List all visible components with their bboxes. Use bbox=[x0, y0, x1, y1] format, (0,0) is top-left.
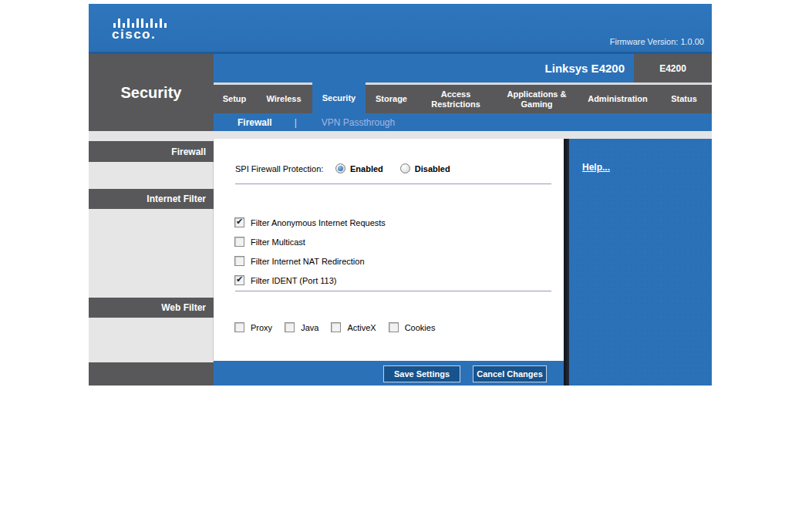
web-filter-activex: ActiveX bbox=[331, 322, 376, 332]
tab-administration[interactable]: Administration bbox=[579, 85, 656, 113]
filter-multicast-row: Filter Multicast bbox=[234, 232, 386, 251]
sidebar-section-web-filter: Web Filter bbox=[89, 298, 214, 318]
filter-ident-row: Filter IDENT (Port 113) bbox=[234, 271, 386, 290]
spi-enabled-radio[interactable] bbox=[335, 163, 345, 173]
filter-nat-redirection-label: Filter Internet NAT Redirection bbox=[251, 257, 365, 266]
web-filter-java: Java bbox=[285, 322, 318, 332]
filter-anonymous-row: Filter Anonymous Internet Requests bbox=[234, 213, 386, 232]
web-filter-row: Proxy Java ActiveX Cookies bbox=[234, 322, 447, 332]
tab-wireless[interactable]: Wireless bbox=[255, 85, 312, 113]
java-label: Java bbox=[301, 323, 318, 332]
main-nav: Setup Wireless Security Storage Access R… bbox=[214, 85, 712, 113]
subnav-vpn-passthrough[interactable]: VPN Passthrough bbox=[322, 117, 395, 128]
page: cisco. Firmware Version: 1.0.00 Security… bbox=[0, 0, 802, 532]
spi-firewall-row: SPI Firewall Protection: Enabled Disable… bbox=[235, 163, 467, 173]
spi-enabled-label: Enabled bbox=[350, 164, 383, 173]
content-help-divider bbox=[564, 139, 569, 386]
activex-label: ActiveX bbox=[347, 323, 376, 332]
cisco-logo-icon bbox=[113, 11, 167, 28]
filter-anonymous-checkbox[interactable] bbox=[234, 217, 244, 227]
router-admin-app: cisco. Firmware Version: 1.0.00 Security… bbox=[89, 4, 712, 386]
save-settings-button[interactable]: Save Settings bbox=[383, 365, 460, 382]
filter-anonymous-label: Filter Anonymous Internet Requests bbox=[251, 218, 386, 227]
cancel-changes-button[interactable]: Cancel Changes bbox=[473, 365, 547, 382]
filter-multicast-checkbox[interactable] bbox=[234, 237, 244, 247]
divider-line bbox=[235, 291, 551, 291]
tab-setup[interactable]: Setup bbox=[214, 85, 255, 113]
subnav-firewall[interactable]: Firewall bbox=[238, 117, 272, 128]
spi-firewall-label: SPI Firewall Protection: bbox=[235, 164, 335, 173]
web-filter-cookies: Cookies bbox=[389, 322, 436, 332]
filter-ident-label: Filter IDENT (Port 113) bbox=[251, 276, 336, 285]
help-panel: Help... bbox=[569, 139, 712, 386]
sidebar: Firewall Internet Filter Web Filter bbox=[89, 139, 214, 386]
activex-checkbox[interactable] bbox=[331, 322, 341, 332]
page-title: Security bbox=[121, 84, 182, 102]
sidebar-section-firewall: Firewall bbox=[89, 141, 214, 162]
subnav-separator: | bbox=[295, 117, 297, 128]
tab-access-restrictions[interactable]: Access Restrictions bbox=[417, 85, 494, 113]
proxy-label: Proxy bbox=[251, 323, 272, 332]
cisco-logo: cisco. bbox=[112, 11, 167, 42]
spi-disabled-radio[interactable] bbox=[400, 163, 410, 173]
divider-line bbox=[235, 184, 551, 184]
filter-nat-redirection-row: Filter Internet NAT Redirection bbox=[234, 251, 386, 271]
filter-nat-redirection-checkbox[interactable] bbox=[234, 256, 244, 266]
spi-disabled-label: Disabled bbox=[415, 164, 450, 173]
cookies-label: Cookies bbox=[405, 323, 436, 332]
cookies-checkbox[interactable] bbox=[389, 322, 399, 332]
sub-nav: Firewall | VPN Passthrough bbox=[214, 113, 712, 131]
sidebar-section-internet-filter: Internet Filter bbox=[89, 189, 214, 209]
tab-status[interactable]: Status bbox=[656, 85, 712, 113]
java-checkbox[interactable] bbox=[285, 322, 295, 332]
action-footer: Save Settings Cancel Changes bbox=[214, 361, 564, 386]
firmware-version: Firmware Version: 1.0.00 bbox=[610, 37, 704, 46]
model-tab: E4200 bbox=[634, 54, 712, 82]
internet-filter-list: Filter Anonymous Internet Requests Filte… bbox=[234, 213, 386, 290]
header-content-gap bbox=[89, 131, 712, 139]
tab-storage[interactable]: Storage bbox=[366, 85, 417, 113]
help-link[interactable]: Help... bbox=[582, 162, 610, 173]
sidebar-bottom-bar bbox=[89, 362, 214, 386]
model-banner-row: Linksys E4200 E4200 bbox=[214, 54, 712, 82]
tab-security[interactable]: Security bbox=[312, 82, 366, 113]
content-area: SPI Firewall Protection: Enabled Disable… bbox=[214, 139, 564, 361]
page-title-panel: Security bbox=[89, 54, 214, 131]
proxy-checkbox[interactable] bbox=[234, 322, 244, 332]
model-banner: Linksys E4200 bbox=[214, 54, 634, 82]
filter-ident-checkbox[interactable] bbox=[234, 275, 244, 285]
tab-applications-gaming[interactable]: Applications & Gaming bbox=[494, 85, 579, 113]
web-filter-proxy: Proxy bbox=[234, 322, 272, 332]
cisco-logo-text: cisco. bbox=[112, 28, 167, 42]
filter-multicast-label: Filter Multicast bbox=[251, 237, 305, 247]
top-header: cisco. Firmware Version: 1.0.00 bbox=[89, 4, 712, 54]
